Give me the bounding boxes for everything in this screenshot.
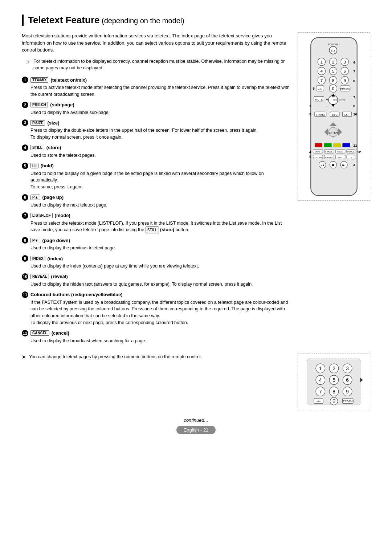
feature-body-4: Used to store the teletext pages. <box>30 152 290 159</box>
feature-body-6: Used to display the next teletext page. <box>30 202 290 209</box>
feature-header-2: 2 PRE-CH (sub-page) <box>22 102 290 108</box>
feature-item-9: 9 INDEX (index) Used to display the inde… <box>22 255 290 270</box>
feature-item-1: 1 TTX/MIX (teletext on/mix) Press to act… <box>22 77 290 98</box>
content-left: Most television stations provide written… <box>22 32 290 348</box>
footer-label: English <box>184 427 199 433</box>
note-box: ☞ For teletext information to be display… <box>25 58 290 72</box>
svg-text:1: 1 <box>319 365 322 371</box>
svg-text:⏭: ⏭ <box>342 163 346 167</box>
remote-diagram: POWER ⏻ 1 2 3 4 5 <box>298 32 370 201</box>
svg-text:−: − <box>326 103 328 109</box>
svg-marker-114 <box>360 378 363 383</box>
bottom-right-remote: 1 2 3 4 5 6 7 8 <box>298 354 370 410</box>
feature-header-8: 8 P▼ (page down) <box>22 237 290 244</box>
svg-text:--/--: --/-- <box>317 400 321 403</box>
svg-text:8: 8 <box>332 78 335 83</box>
svg-text:ENTER: ENTER <box>328 131 338 134</box>
svg-text:DUAL: DUAL <box>315 151 320 153</box>
svg-text:3: 3 <box>353 163 355 167</box>
svg-text:5: 5 <box>313 86 315 90</box>
svg-rect-61 <box>342 143 350 147</box>
svg-text:10: 10 <box>353 112 357 116</box>
feature-item-4: 4 STILL (store) Used to store the telete… <box>22 144 290 159</box>
svg-text:3: 3 <box>344 60 346 64</box>
feature-item-6: 6 P▲ (page up) Used to display the next … <box>22 194 290 209</box>
svg-text:▼: ▼ <box>331 102 336 108</box>
svg-text:AUTO PRG: AUTO PRG <box>313 156 323 159</box>
small-remote-svg: 1 2 3 4 5 6 7 8 <box>303 357 365 407</box>
feature-body-1: Press to activate teletext mode after se… <box>30 84 290 98</box>
svg-text:4: 4 <box>319 377 322 383</box>
feature-body-11: If the FASTEXT system is used by a broad… <box>30 299 290 326</box>
feature-body-5: Used to hold the display on a given page… <box>30 170 290 191</box>
feature-header-7: 7 LIST/FLOF (mode) <box>22 212 290 219</box>
feature-body-8: Used to display the previous teletext pa… <box>30 245 290 252</box>
svg-text:7: 7 <box>353 69 355 73</box>
svg-text:7: 7 <box>319 389 322 395</box>
svg-text:4: 4 <box>320 69 323 73</box>
svg-text:12: 12 <box>357 150 361 154</box>
svg-text:4: 4 <box>309 150 311 154</box>
main-layout: Most television stations provide written… <box>22 32 370 348</box>
svg-text:EXIT: EXIT <box>344 114 350 116</box>
feature-body-7: Press to select the teletext mode (LIST/… <box>30 220 290 234</box>
svg-text:8: 8 <box>353 104 355 108</box>
svg-text:PMODE: PMODE <box>347 151 355 153</box>
feature-header-11: 11 Coloured buttons (red/green/yellow/bl… <box>22 291 290 298</box>
feature-item-11: 11 Coloured buttons (red/green/yellow/bl… <box>22 291 290 326</box>
svg-text:8: 8 <box>332 389 335 395</box>
svg-text:INFO: INFO <box>332 114 338 116</box>
arrow-item: ➤ You can change teletext pages by press… <box>22 354 290 360</box>
svg-text:1: 1 <box>320 60 323 64</box>
footer-page: 21 <box>203 427 208 433</box>
svg-text:2: 2 <box>332 365 335 371</box>
note-text: For teletext information to be displayed… <box>33 58 290 72</box>
small-remote-wrapper: 1 2 3 4 5 6 7 8 <box>298 354 370 410</box>
svg-text:7: 7 <box>353 95 355 99</box>
feature-body-2: Used to display the available sub-page. <box>30 109 290 116</box>
svg-rect-59 <box>324 143 331 147</box>
svg-text:PRE-CH: PRE-CH <box>343 400 352 403</box>
page-footer: English - 21 <box>22 426 370 434</box>
svg-text:0: 0 <box>332 86 335 91</box>
feature-header-9: 9 INDEX (index) <box>22 255 290 262</box>
svg-text:TTX/MIX: TTX/MIX <box>316 114 325 116</box>
bottom-layout: ➤ You can change teletext pages by press… <box>22 354 370 410</box>
page-badge: English - 21 <box>176 426 216 434</box>
svg-text:S.MODE: S.MODE <box>325 151 333 153</box>
svg-text:MUTE: MUTE <box>315 98 323 101</box>
svg-text:6: 6 <box>344 69 346 73</box>
feature-body-12: Used to display the broadcast when searc… <box>30 338 290 344</box>
svg-text:+: + <box>326 97 328 102</box>
svg-text:9: 9 <box>309 112 311 116</box>
svg-text:POWER: POWER <box>328 43 339 46</box>
title-normal: (depending on the model) <box>99 17 184 25</box>
bottom-left: ➤ You can change teletext pages by press… <box>22 354 290 363</box>
note-icon: ☞ <box>25 58 30 65</box>
svg-text:PRE-CH: PRE-CH <box>340 88 350 90</box>
remote-wrapper: POWER ⏻ 1 2 3 4 5 <box>298 32 370 201</box>
arrow-icon: ➤ <box>22 354 26 360</box>
svg-text:9: 9 <box>344 78 346 83</box>
page-container: Teletext Feature (depending on the model… <box>22 15 370 434</box>
svg-text:ADD/DEL: ADD/DEL <box>325 156 333 159</box>
title-bold: Teletext Feature <box>28 15 99 25</box>
svg-text:TV: TV <box>350 156 352 159</box>
svg-text:6: 6 <box>346 377 349 383</box>
svg-rect-58 <box>315 143 322 147</box>
feature-header-3: 3 P.SIZE (size) <box>22 119 290 126</box>
svg-text:▲: ▲ <box>331 92 336 98</box>
svg-text:6: 6 <box>353 60 355 64</box>
svg-text:3: 3 <box>346 365 349 371</box>
intro-text: Most television stations provide written… <box>22 32 290 54</box>
svg-text:⏹: ⏹ <box>331 163 335 167</box>
feature-header-4: 4 STILL (store) <box>22 144 290 151</box>
feature-header-5: 5 I-II (hold) <box>22 163 290 169</box>
svg-text:1: 1 <box>309 104 311 108</box>
svg-text:9: 9 <box>346 389 349 395</box>
svg-text:⏻: ⏻ <box>331 48 335 53</box>
svg-text:7: 7 <box>320 78 323 83</box>
svg-text:0: 0 <box>332 398 335 404</box>
svg-text:11: 11 <box>353 143 357 147</box>
svg-text:2: 2 <box>309 155 311 159</box>
